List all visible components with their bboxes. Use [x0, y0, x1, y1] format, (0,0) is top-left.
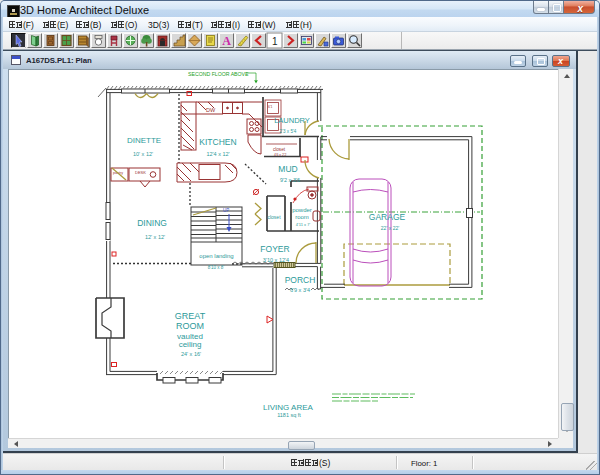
svg-text:UP: UP [223, 208, 229, 213]
svg-text:KITCHEN: KITCHEN [199, 137, 236, 147]
svg-text:22' x 22': 22' x 22' [381, 225, 399, 231]
svg-text:DINETTE: DINETTE [127, 136, 161, 145]
svg-text:DINING: DINING [137, 218, 167, 228]
svg-text:open landing: open landing [199, 253, 233, 259]
svg-text:6'9 x 3'4: 6'9 x 3'4 [290, 287, 310, 293]
svg-text:DW: DW [206, 107, 216, 113]
svg-text:ROOM: ROOM [176, 321, 204, 331]
svg-text:SECOND FLOOR ABOVE: SECOND FLOOR ABOVE [188, 71, 249, 77]
svg-text:closet: closet [273, 147, 286, 152]
svg-text:FOYER: FOYER [260, 244, 289, 254]
svg-text:8'10 x 8': 8'10 x 8' [208, 265, 225, 270]
svg-text:DESK: DESK [135, 170, 146, 175]
svg-text:powder: powder [292, 207, 312, 213]
svg-text:2'3 x 5'4: 2'3 x 5'4 [280, 129, 297, 134]
svg-text:LIVING AREA: LIVING AREA [263, 403, 313, 412]
svg-text:room: room [295, 214, 309, 220]
svg-text:ceiling: ceiling [179, 340, 202, 349]
svg-text:GREAT: GREAT [175, 311, 206, 321]
svg-text:PORCH: PORCH [285, 275, 316, 285]
svg-text:4'6 x 2'2: 4'6 x 2'2 [274, 153, 287, 157]
svg-text:GARAGE: GARAGE [369, 212, 406, 222]
svg-text:LAUNDRY: LAUNDRY [274, 116, 310, 125]
svg-text:3'10 x 12'4: 3'10 x 12'4 [263, 257, 289, 263]
svg-text:24' x 16': 24' x 16' [181, 351, 201, 357]
svg-text:12' x 12': 12' x 12' [145, 234, 165, 240]
svg-text:1181 sq ft: 1181 sq ft [277, 412, 301, 418]
svg-text:1: 1 [272, 36, 278, 47]
svg-text:closet: closet [267, 214, 281, 220]
svg-text:MUD: MUD [278, 164, 297, 174]
svg-text:4'11 x 7': 4'11 x 7' [296, 222, 311, 227]
svg-text:12'4 x 12': 12'4 x 12' [206, 151, 229, 157]
svg-text:6'1: 6'1 [268, 105, 273, 109]
svg-text:A: A [222, 34, 231, 48]
svg-text:9'2 x 3'6: 9'2 x 3'6 [280, 177, 300, 183]
svg-text:10' x 12': 10' x 12' [133, 151, 153, 157]
